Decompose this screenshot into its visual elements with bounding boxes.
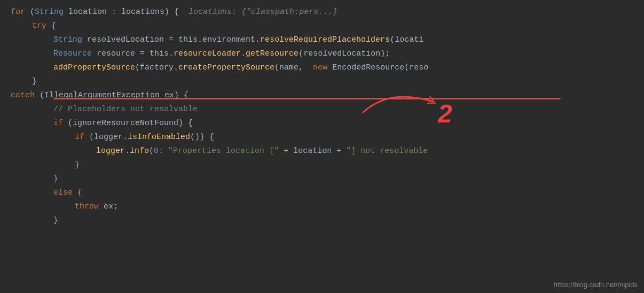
code-line-7: catch ( IllegalArgumentException ex) {: [0, 89, 644, 103]
code-line-10: if (logger. isInfoEnabled ()) {: [0, 130, 644, 144]
code-line-5: addPropertySource (factory. createProper…: [0, 61, 644, 75]
code-line-9: if (ignoreResourceNotFound) {: [0, 117, 644, 130]
keyword-for: for: [11, 6, 25, 19]
code-line-11: logger . info ( 0 : "Properties location…: [0, 144, 644, 158]
red-arrow-annotation: [347, 83, 454, 120]
code-line-14: else {: [0, 186, 644, 200]
code-block: for ( String location : locations) { loc…: [0, 0, 644, 233]
code-line-15: throw ex;: [0, 200, 644, 214]
code-line-2: try {: [0, 19, 644, 33]
code-line-6: }: [0, 75, 644, 89]
watermark: https://blog.csdn.net/mlplds: [553, 281, 638, 289]
code-line-12: }: [0, 158, 644, 172]
red-underline-annotation: [53, 98, 561, 99]
code-line-4: Resource resource = this. resourceLoader…: [0, 47, 644, 61]
code-line-13: }: [0, 172, 644, 186]
code-line-3: String resolvedLocation = this.environme…: [0, 33, 644, 47]
code-line-16: }: [0, 214, 644, 228]
code-line-1: for ( String location : locations) { loc…: [0, 5, 644, 19]
code-line-8: // Placeholders not resolvable: [0, 103, 644, 117]
